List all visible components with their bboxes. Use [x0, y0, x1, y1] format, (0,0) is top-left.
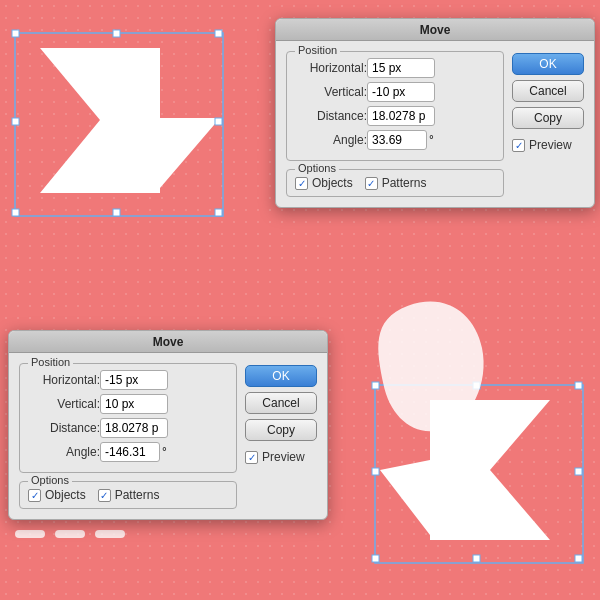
patterns-label-bottom: Patterns	[115, 488, 160, 502]
preview-label-top: Preview	[529, 138, 572, 152]
preview-label-bottom: Preview	[262, 450, 305, 464]
cancel-button-bottom[interactable]: Cancel	[245, 392, 317, 414]
dialog-bottom-titlebar: Move	[9, 331, 327, 353]
horizontal-input-bottom[interactable]	[100, 370, 168, 390]
position-label-bottom: Position	[28, 356, 73, 368]
distance-input-bottom[interactable]	[100, 418, 168, 438]
svg-rect-22	[95, 530, 125, 538]
angle-label-top: Angle:	[295, 133, 367, 147]
svg-rect-4	[215, 30, 222, 37]
svg-rect-6	[215, 118, 222, 125]
patterns-checkbox-row-bottom: ✓ Patterns	[98, 488, 160, 502]
vertical-row-top: Vertical:	[295, 82, 495, 102]
svg-rect-9	[215, 209, 222, 216]
objects-label-top: Objects	[312, 176, 353, 190]
svg-rect-18	[473, 555, 480, 562]
horizontal-row-bottom: Horizontal:	[28, 370, 228, 390]
dialog-bottom: Move Position Horizontal: Vertical: Dist…	[8, 330, 328, 520]
horizontal-label-top: Horizontal:	[295, 61, 367, 75]
position-label-top: Position	[295, 44, 340, 56]
svg-rect-20	[15, 530, 45, 538]
vertical-input-top[interactable]	[367, 82, 435, 102]
dialog-top-title: Move	[420, 23, 451, 37]
svg-rect-14	[575, 382, 582, 389]
patterns-checkbox-row-top: ✓ Patterns	[365, 176, 427, 190]
angle-row-top: Angle: °	[295, 130, 495, 150]
position-group-top: Position Horizontal: Vertical: Distance:…	[286, 51, 504, 161]
preview-checkbox-top[interactable]: ✓	[512, 139, 525, 152]
svg-rect-21	[55, 530, 85, 538]
copy-button-top[interactable]: Copy	[512, 107, 584, 129]
angle-label-bottom: Angle:	[28, 445, 100, 459]
svg-rect-19	[575, 555, 582, 562]
deco-organic	[370, 290, 500, 440]
vertical-input-bottom[interactable]	[100, 394, 168, 414]
horizontal-input-top[interactable]	[367, 58, 435, 78]
horizontal-row-top: Horizontal:	[295, 58, 495, 78]
objects-checkbox-bottom[interactable]: ✓	[28, 489, 41, 502]
svg-marker-1	[40, 48, 220, 193]
vertical-label-bottom: Vertical:	[28, 397, 100, 411]
options-label-bottom: Options	[28, 474, 72, 486]
options-group-bottom: Options ✓ Objects ✓ Patterns	[19, 481, 237, 509]
preview-row-top: ✓ Preview	[512, 138, 584, 152]
distance-label-bottom: Distance:	[28, 421, 100, 435]
ok-button-top[interactable]: OK	[512, 53, 584, 75]
degree-bottom: °	[162, 445, 167, 459]
preview-row-bottom: ✓ Preview	[245, 450, 317, 464]
angle-input-bottom[interactable]	[100, 442, 160, 462]
patterns-checkbox-bottom[interactable]: ✓	[98, 489, 111, 502]
dialog-bottom-title: Move	[153, 335, 184, 349]
dialog-top: Move Position Horizontal: Vertical: Dist…	[275, 18, 595, 208]
objects-label-bottom: Objects	[45, 488, 86, 502]
vertical-row-bottom: Vertical:	[28, 394, 228, 414]
ok-button-bottom[interactable]: OK	[245, 365, 317, 387]
objects-checkbox-row-top: ✓ Objects	[295, 176, 353, 190]
svg-rect-17	[372, 555, 379, 562]
objects-checkbox-top[interactable]: ✓	[295, 177, 308, 190]
horizontal-label-bottom: Horizontal:	[28, 373, 100, 387]
svg-rect-16	[575, 468, 582, 475]
angle-input-top[interactable]	[367, 130, 427, 150]
distance-row-top: Distance:	[295, 106, 495, 126]
canvas-shape-top	[10, 28, 230, 223]
svg-rect-2	[12, 30, 19, 37]
patterns-checkbox-top[interactable]: ✓	[365, 177, 378, 190]
distance-label-top: Distance:	[295, 109, 367, 123]
cancel-button-top[interactable]: Cancel	[512, 80, 584, 102]
position-group-bottom: Position Horizontal: Vertical: Distance:…	[19, 363, 237, 473]
dialog-top-titlebar: Move	[276, 19, 594, 41]
svg-rect-5	[12, 118, 19, 125]
svg-rect-7	[12, 209, 19, 216]
objects-checkbox-row-bottom: ✓ Objects	[28, 488, 86, 502]
options-label-top: Options	[295, 162, 339, 174]
options-group-top: Options ✓ Objects ✓ Patterns	[286, 169, 504, 197]
degree-top: °	[429, 133, 434, 147]
distance-input-top[interactable]	[367, 106, 435, 126]
svg-rect-3	[113, 30, 120, 37]
svg-rect-15	[372, 468, 379, 475]
preview-checkbox-bottom[interactable]: ✓	[245, 451, 258, 464]
vertical-label-top: Vertical:	[295, 85, 367, 99]
angle-row-bottom: Angle: °	[28, 442, 228, 462]
copy-button-bottom[interactable]: Copy	[245, 419, 317, 441]
patterns-label-top: Patterns	[382, 176, 427, 190]
distance-row-bottom: Distance:	[28, 418, 228, 438]
svg-rect-8	[113, 209, 120, 216]
